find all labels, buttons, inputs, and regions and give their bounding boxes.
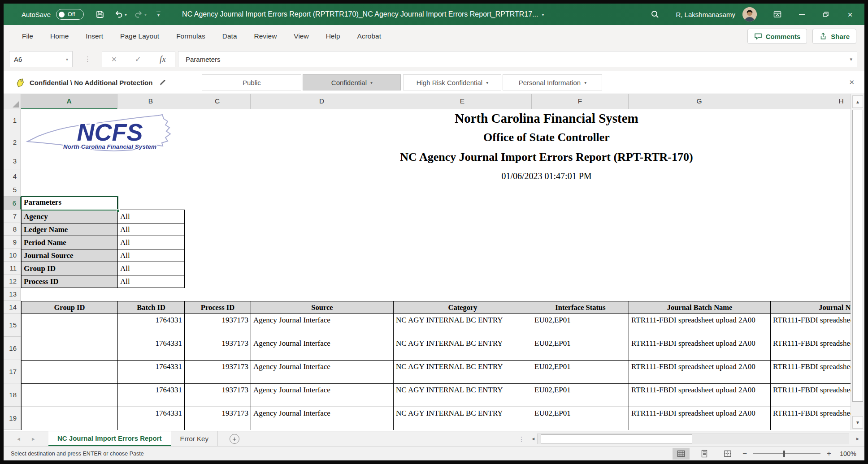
col-source[interactable]: Source — [251, 301, 394, 314]
column-header-g[interactable]: G — [629, 94, 770, 109]
tab-review[interactable]: Review — [246, 25, 286, 47]
search-icon[interactable] — [651, 10, 660, 19]
column-header-d[interactable]: D — [251, 94, 393, 109]
sheet-tab-nc-journal-import-errors-report[interactable]: NC Journal Import Errors Report — [48, 431, 171, 446]
scroll-down-icon[interactable]: ▼ — [852, 416, 863, 429]
param-label[interactable]: Period Name — [22, 236, 118, 249]
edit-sensitivity-pencil-icon[interactable] — [159, 78, 167, 86]
user-name[interactable]: R, Lakshmanasamy — [676, 11, 735, 18]
param-value[interactable]: All — [118, 236, 185, 249]
new-sheet-icon[interactable]: + — [230, 434, 239, 444]
column-header-c[interactable]: C — [184, 94, 251, 109]
cell-category[interactable]: NC AGY INTERNAL BC ENTRY — [394, 314, 532, 337]
row-header-3[interactable]: 3 — [4, 153, 21, 169]
cell-interface-status[interactable]: EU02,EP01 — [532, 384, 629, 407]
cell-batch-id[interactable]: 1764331 — [118, 407, 185, 430]
personal-dropdown-icon[interactable]: ▾ — [584, 80, 586, 85]
cell-process-id[interactable]: 1937173 — [185, 314, 251, 337]
sensitivity-bar-close-icon[interactable]: ✕ — [849, 78, 855, 86]
cell-interface-status[interactable]: EU02,EP01 — [532, 361, 629, 384]
document-title[interactable]: NC Agency Journal Import Errors Report (… — [182, 10, 538, 18]
formula-bar-expand-icon[interactable]: ▾ — [850, 56, 852, 62]
row-header-14[interactable]: 14 — [4, 301, 21, 314]
cell-batch-id[interactable]: 1764331 — [118, 314, 185, 337]
save-icon[interactable] — [95, 10, 104, 19]
name-box[interactable]: A6 ▾ — [9, 51, 73, 67]
cell-category[interactable]: NC AGY INTERNAL BC ENTRY — [394, 384, 532, 407]
cell-interface-status[interactable]: EU02,EP01 — [532, 337, 629, 361]
cell-journal-name[interactable]: RTR111-FBDI spreadsheet upload 2A00 — [771, 314, 851, 337]
fill-handle[interactable] — [117, 209, 120, 212]
cell-journal-batch-name[interactable]: RTR111-FBDI spreadsheet upload 2A00 — [629, 384, 771, 407]
formula-bar-handle-icon[interactable]: ⋮ — [84, 55, 91, 63]
scroll-up-icon[interactable]: ▲ — [852, 95, 863, 108]
cell-batch-id[interactable]: 1764331 — [118, 384, 185, 407]
cell-source[interactable]: Agency Journal Interface — [251, 384, 394, 407]
prev-sheet-icon[interactable]: ◄ — [16, 436, 21, 442]
vertical-scroll-thumb[interactable] — [852, 110, 863, 402]
ribbon-display-options-icon[interactable] — [772, 4, 783, 25]
undo-button[interactable]: ▾ — [114, 10, 127, 19]
comments-button[interactable]: Comments — [747, 29, 807, 44]
confidential-dropdown-icon[interactable]: ▾ — [370, 80, 373, 85]
enter-icon[interactable]: ✓ — [135, 55, 141, 64]
zoom-out-icon[interactable]: − — [742, 449, 747, 458]
restore-button[interactable] — [820, 4, 831, 25]
tab-formulas[interactable]: Formulas — [168, 25, 214, 47]
param-value[interactable]: All — [118, 275, 185, 288]
select-all-corner[interactable] — [4, 94, 21, 109]
share-button[interactable]: Share — [812, 29, 856, 44]
col-group-id[interactable]: Group ID — [22, 301, 118, 314]
cell-process-id[interactable]: 1937173 — [185, 407, 251, 430]
sensitivity-public-button[interactable]: Public — [202, 74, 301, 90]
row-header-2[interactable]: 2 — [4, 131, 21, 153]
cell-journal-name[interactable]: RTR111-FBDI spreadsheet upload 2A00 — [771, 361, 851, 384]
hscroll-left-icon[interactable]: ◄ — [531, 436, 535, 441]
horizontal-scrollbar[interactable] — [537, 434, 849, 444]
close-button[interactable]: × — [845, 4, 855, 25]
tab-view[interactable]: View — [285, 25, 317, 47]
row-header-17[interactable]: 17 — [4, 360, 21, 383]
cell-interface-status[interactable]: EU02,EP01 — [532, 314, 629, 337]
hscroll-right-icon[interactable]: ► — [855, 436, 860, 441]
user-avatar[interactable] — [742, 7, 757, 21]
cell-category[interactable]: NC AGY INTERNAL BC ENTRY — [394, 337, 532, 361]
cell-journal-batch-name[interactable]: RTR111-FBDI spreadsheet upload 2A00 — [629, 361, 771, 384]
row-header-6[interactable]: 6 — [4, 197, 21, 210]
param-label[interactable]: Journal Source — [22, 249, 118, 262]
col-category[interactable]: Category — [394, 301, 532, 314]
column-header-e[interactable]: E — [393, 94, 532, 109]
cell-process-id[interactable]: 1937173 — [185, 384, 251, 407]
sheet-tab-error-key[interactable]: Error Key — [171, 431, 218, 446]
cell-journal-name[interactable]: RTR111-FBDI spreadsheet upload 2A00 — [771, 337, 851, 361]
column-header-f[interactable]: F — [532, 94, 629, 109]
param-value[interactable]: All — [118, 210, 185, 223]
col-interface-status[interactable]: Interface Status — [532, 301, 629, 314]
row-header-1[interactable]: 1 — [4, 109, 21, 131]
zoom-in-icon[interactable]: + — [827, 449, 831, 458]
param-label[interactable]: Group ID — [22, 262, 118, 275]
tab-acrobat[interactable]: Acrobat — [349, 25, 390, 47]
formula-input[interactable]: Parameters ▾ — [178, 51, 857, 67]
column-header-a[interactable]: A — [21, 94, 117, 109]
tab-home[interactable]: Home — [42, 25, 77, 47]
param-value[interactable]: All — [118, 249, 185, 262]
row-header-8[interactable]: 8 — [4, 223, 21, 236]
tab-help[interactable]: Help — [317, 25, 349, 47]
tab-insert[interactable]: Insert — [77, 25, 112, 47]
param-value[interactable]: All — [118, 223, 185, 236]
cell-group-id[interactable] — [22, 384, 118, 407]
minimize-button[interactable] — [796, 4, 807, 25]
col-batch-id[interactable]: Batch ID — [118, 301, 185, 314]
cell-process-id[interactable]: 1937173 — [185, 361, 251, 384]
zoom-slider[interactable] — [753, 453, 820, 454]
tab-data[interactable]: Data — [214, 25, 246, 47]
normal-view-icon[interactable] — [673, 448, 690, 460]
cell-batch-id[interactable]: 1764331 — [118, 337, 185, 361]
tab-splitter-handle-icon[interactable]: ⋮ — [518, 435, 525, 443]
title-dropdown-icon[interactable]: ▾ — [542, 12, 544, 17]
cell-journal-batch-name[interactable]: RTR111-FBDI spreadsheet upload 2A00 — [629, 337, 771, 361]
sensitivity-confidential-button[interactable]: Confidential ▾ — [303, 74, 401, 90]
tab-page-layout[interactable]: Page Layout — [112, 25, 168, 47]
cell-interface-status[interactable]: EU02,EP01 — [532, 407, 629, 430]
